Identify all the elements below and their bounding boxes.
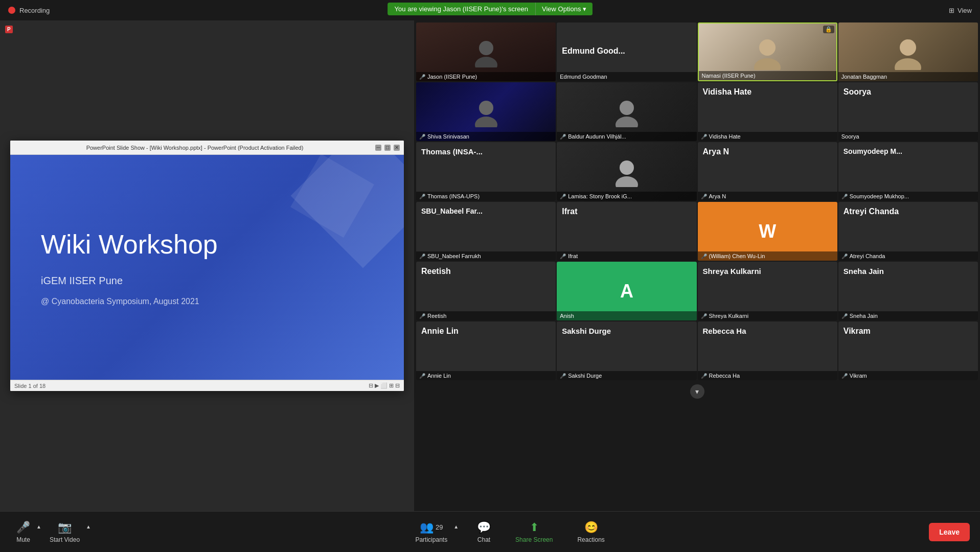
chat-label: Chat <box>477 536 490 543</box>
participant-tile[interactable]: Annie Lin 🎤 Annie Lin <box>416 321 556 380</box>
scroll-down-container: ▾ <box>416 381 978 402</box>
chat-button[interactable]: 💬 Chat <box>471 517 497 547</box>
participants-arrow[interactable]: ▲ <box>453 524 459 540</box>
participant-tile[interactable]: 🎤 Shiva Srinivasan <box>416 82 556 141</box>
participant-tile[interactable]: Arya N 🎤 Arya N <box>698 142 837 201</box>
participant-tile[interactable]: Shreya Kulkarni 🎤 Shreya Kulkarni <box>698 262 837 320</box>
slide-subtitle: iGEM IISER Pune <box>41 275 373 287</box>
participant-tile[interactable]: SBU_Nabeel Far... 🎤 SBU_Nabeel Farrukh <box>416 202 556 261</box>
screen-banner: You are viewing Jason (IISER Pune)'s scr… <box>388 3 593 15</box>
share-screen-button[interactable]: ⬆ Share Screen <box>509 517 559 547</box>
toolbar-left: 🎤 Mute ▲ 📷 Start Video ▲ <box>10 517 91 547</box>
participants-icon-row: 👥 29 <box>420 521 443 534</box>
mute-arrow[interactable]: ▲ <box>36 524 41 540</box>
mute-button[interactable]: 🎤 Mute <box>10 517 36 547</box>
participant-tile[interactable]: Rebecca Ha 🎤 Rebecca Ha <box>698 321 837 380</box>
participant-tile[interactable]: Reetish 🎤 Reetish <box>416 262 556 320</box>
participant-name: 🎤 Soumyodeep Mukhop... <box>838 192 978 201</box>
mute-icon: 🎤 <box>560 254 566 259</box>
svg-point-2 <box>759 39 776 56</box>
participant-name: 🎤 Sakshi Durge <box>557 371 696 380</box>
participant-name: 🎤 Rebecca Ha <box>698 371 837 380</box>
participant-tile[interactable]: Jonatan Baggman <box>838 22 978 81</box>
main-content: P PowerPoint Slide Show - [Wiki Workshop… <box>0 20 980 511</box>
toolbar-right: Leave <box>929 523 970 541</box>
svg-point-3 <box>754 58 781 70</box>
leave-button[interactable]: Leave <box>929 523 970 541</box>
participant-tile[interactable]: Vidisha Hate 🎤 Vidisha Hate <box>698 82 837 141</box>
mute-icon: 🎤 <box>701 134 707 140</box>
svg-point-5 <box>895 58 921 70</box>
video-group: 📷 Start Video ▲ <box>43 517 91 547</box>
participant-name: 🎤 Reetish <box>416 311 556 320</box>
record-dot <box>8 7 15 14</box>
participant-tile[interactable]: Sakshi Durge 🎤 Sakshi Durge <box>557 321 696 380</box>
participant-name: 🎤 Thomas (INSA-UPS) <box>416 192 556 201</box>
participant-name: 🎤 Jason (IISER Pune) <box>416 72 556 81</box>
chat-icon: 💬 <box>477 521 491 534</box>
mute-icon: 🎤 <box>701 194 707 199</box>
participant-tile[interactable]: 🎤 Lamisa: Stony Brook iG... <box>557 142 696 201</box>
participant-name: 🎤 Shreya Kulkarni <box>698 311 837 320</box>
participant-tile[interactable]: Sneha Jain 🎤 Sneha Jain <box>838 262 978 320</box>
reactions-label: Reactions <box>577 536 604 543</box>
bottom-toolbar: 🎤 Mute ▲ 📷 Start Video ▲ 👥 29 Participan… <box>0 511 980 552</box>
ppt-slide: Wiki Workshop iGEM IISER Pune @ Cyanobac… <box>10 155 404 380</box>
start-video-label: Start Video <box>50 536 80 543</box>
mute-label: Mute <box>16 536 30 543</box>
video-arrow[interactable]: ▲ <box>86 524 91 540</box>
svg-point-0 <box>479 41 493 55</box>
chevron-down-icon: ▾ <box>583 5 586 13</box>
ppt-window-controls: ─ □ ✕ <box>375 145 400 151</box>
mute-icon: 🎤 <box>560 194 566 199</box>
video-icon: 📷 <box>58 521 72 534</box>
svg-point-8 <box>620 101 634 115</box>
reactions-button[interactable]: 😊 Reactions <box>571 517 610 547</box>
participant-tile[interactable]: Thomas (INSA-... 🎤 Thomas (INSA-UPS) <box>416 142 556 201</box>
participant-name: 🎤 Sneha Jain <box>838 311 978 320</box>
slide-title: Wiki Workshop <box>41 229 373 260</box>
participant-tile[interactable]: 🎤 Baldur Audunn Vilhjál... <box>557 82 696 141</box>
participant-name: Jonatan Baggman <box>838 72 978 81</box>
reactions-icon: 😊 <box>584 521 598 534</box>
mute-icon: 🎤 <box>419 373 425 379</box>
mute-icon: 🎤 <box>701 254 707 259</box>
participant-name: 🎤 Shiva Srinivasan <box>416 132 556 141</box>
view-options-button[interactable]: View Options ▾ <box>535 3 592 15</box>
ppt-close[interactable]: ✕ <box>394 145 400 151</box>
participants-button[interactable]: 👥 29 Participants <box>409 517 453 547</box>
svg-point-6 <box>479 101 493 115</box>
participant-tile[interactable]: A Anish <box>557 262 696 320</box>
ppt-maximize[interactable]: □ <box>384 145 391 151</box>
participant-tile[interactable]: Soorya Soorya <box>838 82 978 141</box>
participant-tile[interactable]: 🔒 Namasi (IISER Pune) <box>698 22 837 81</box>
share-screen-icon: ⬆ <box>530 521 539 534</box>
participant-tile[interactable]: W 🎤 (William) Chen Wu-Lin <box>698 202 837 261</box>
mute-icon: 🎤 <box>701 373 707 379</box>
participant-name: 🎤 Vikram <box>838 371 978 380</box>
participant-tile[interactable]: 🎤 Jason (IISER Pune) <box>416 22 556 81</box>
participant-name: Anish <box>557 311 696 320</box>
participants-group: 👥 29 Participants ▲ <box>409 517 459 547</box>
participant-tile[interactable]: Soumyodeep M... 🎤 Soumyodeep Mukhop... <box>838 142 978 201</box>
view-toggle-button[interactable]: ⊞ View <box>949 7 972 14</box>
participant-tile[interactable]: Vikram 🎤 Vikram <box>838 321 978 380</box>
mute-icon: 🎤 <box>419 74 425 80</box>
toolbar-center: 👥 29 Participants ▲ 💬 Chat ⬆ Share Scree… <box>409 517 610 547</box>
participant-tile[interactable]: Edmund Good... Edmund Goodman <box>557 22 696 81</box>
mute-icon: 🎤 <box>419 134 425 140</box>
participants-label: Participants <box>415 536 447 543</box>
mute-icon: 🎤 <box>841 373 848 379</box>
scroll-down-button[interactable]: ▾ <box>690 384 704 399</box>
participant-tile[interactable]: Atreyi Chanda 🎤 Atreyi Chanda <box>838 202 978 261</box>
participant-name: Namasi (IISER Pune) <box>699 71 836 80</box>
share-screen-label: Share Screen <box>515 536 553 543</box>
mute-icon: 🎤 <box>841 254 848 259</box>
start-video-button[interactable]: 📷 Start Video <box>43 517 86 547</box>
mute-icon: 🎤 <box>419 254 425 259</box>
svg-point-11 <box>616 176 638 187</box>
participant-tile[interactable]: Ifrat 🎤 Ifrat <box>557 202 696 261</box>
svg-point-1 <box>475 57 497 67</box>
microphone-icon: 🎤 <box>16 521 30 534</box>
ppt-minimize[interactable]: ─ <box>375 145 381 151</box>
